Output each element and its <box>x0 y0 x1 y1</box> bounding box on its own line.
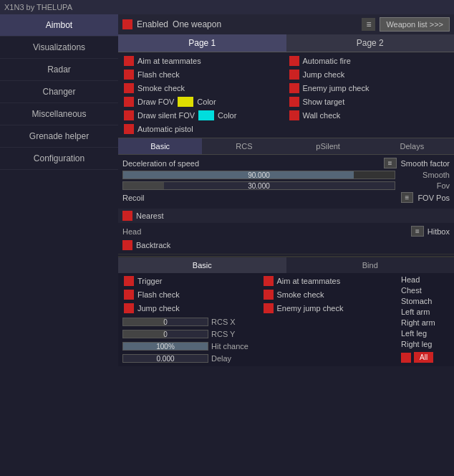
smoke-check-checkbox[interactable] <box>124 83 134 93</box>
hit-chance-slider[interactable]: 100% <box>122 342 208 351</box>
all-button[interactable]: All <box>414 352 433 363</box>
weapon-list-button[interactable]: Weapon list >>> <box>380 17 450 32</box>
enemy-jump-check-label: Enemy jump check <box>303 84 370 92</box>
hitbox-head[interactable]: Head <box>401 275 450 284</box>
options-col-right: Automatic fire Jump check Enemy jump che… <box>288 55 450 135</box>
enabled-indicator[interactable] <box>122 19 132 29</box>
sidebar-item-visualizations[interactable]: Visualizations <box>0 37 118 59</box>
title-bar: X1N3 by THELUPA <box>0 0 454 14</box>
head-label: Head <box>122 227 141 236</box>
rcs-x-slider[interactable]: 0 <box>122 318 208 326</box>
enemy-jump-check-checkbox[interactable] <box>289 83 299 93</box>
trigger-enemy-jump-label: Enemy jump check <box>277 304 344 313</box>
title-text: X1N3 by THELUPA <box>4 3 72 11</box>
tab-page2[interactable]: Page 2 <box>286 34 455 52</box>
option-automatic-fire: Automatic fire <box>288 55 450 67</box>
hit-chance-label: Hit chance <box>211 342 253 351</box>
trigger-aim-teammates-checkbox[interactable] <box>264 276 274 286</box>
trigger-aim-teammates-option: Aim at teammates <box>262 275 393 287</box>
aim-teammates-checkbox[interactable] <box>124 56 134 66</box>
aim-teammates-label: Aim at teammates <box>137 57 201 65</box>
fov-slider[interactable]: 30.000 <box>122 181 395 190</box>
trigger-jump-checkbox[interactable] <box>124 303 134 313</box>
tab-psilent[interactable]: pSilent <box>286 138 370 154</box>
trigger-flash-label: Flash check <box>137 290 180 299</box>
options-grid: Aim at teammates Flash check Smoke check… <box>118 52 454 138</box>
trigger-aim-teammates-label: Aim at teammates <box>277 277 341 285</box>
tab-page1[interactable]: Page 1 <box>118 34 286 52</box>
option-automatic-pistol: Automatic pistol <box>122 123 285 135</box>
tab-rcs[interactable]: RCS <box>202 138 286 154</box>
automatic-fire-checkbox[interactable] <box>289 56 299 66</box>
rcs-y-slider[interactable]: 0 <box>122 330 208 338</box>
content-area: Page 1 Page 2 Aim at teammates Flash che… <box>118 34 454 476</box>
nearest-label: Nearest <box>136 211 164 220</box>
draw-silent-fov-checkbox[interactable] <box>124 110 134 120</box>
fov-label: Fov <box>400 181 450 190</box>
enabled-label: Enabled <box>137 19 168 29</box>
smooth-slider[interactable]: 90.000 <box>122 171 395 179</box>
hitbox-left-arm[interactable]: Left arm <box>401 308 450 316</box>
trigger-checkbox[interactable] <box>124 276 134 286</box>
draw-silent-fov-label: Draw silent FOV <box>137 111 195 120</box>
menu-icon[interactable]: ≡ <box>362 18 375 31</box>
jump-check-label: Jump check <box>303 70 345 79</box>
delay-label: Delay <box>211 354 253 363</box>
sidebar-item-miscellaneous[interactable]: Miscellaneous <box>0 103 118 125</box>
flash-check-label: Flash check <box>137 70 180 79</box>
sidebar-item-aimbot[interactable]: Aimbot <box>0 14 118 37</box>
rcs-y-row: 0 RCS Y <box>122 330 253 338</box>
automatic-fire-label: Automatic fire <box>303 57 351 65</box>
rcs-x-label: RCS X <box>211 318 253 326</box>
flash-check-checkbox[interactable] <box>124 70 134 80</box>
trigger-jump-label: Jump check <box>137 304 180 313</box>
jump-check-checkbox[interactable] <box>289 70 299 80</box>
hitbox-chest[interactable]: Chest <box>401 286 450 295</box>
trigger-flash-checkbox[interactable] <box>124 290 134 300</box>
fov-color-button[interactable] <box>178 97 193 107</box>
wall-check-label: Wall check <box>303 111 341 120</box>
trigger-smoke-check-checkbox[interactable] <box>264 290 274 300</box>
all-indicator[interactable] <box>401 353 411 363</box>
nearest-checkbox[interactable] <box>122 211 132 221</box>
hitbox-icon[interactable]: ≡ <box>411 226 424 237</box>
trigger-header: Basic Bind <box>118 257 454 273</box>
sidebar-item-changer[interactable]: Changer <box>0 81 118 103</box>
fov-color-label: Color <box>197 97 216 106</box>
hitbox-right-leg[interactable]: Right leg <box>401 340 450 348</box>
draw-fov-checkbox[interactable] <box>124 97 134 107</box>
silent-fov-color-label: Color <box>218 111 236 120</box>
option-enemy-jump-check: Enemy jump check <box>288 82 450 94</box>
show-target-label: Show target <box>303 97 345 106</box>
tab-delays[interactable]: Delays <box>370 138 454 154</box>
trigger-tab-basic[interactable]: Basic <box>118 257 286 273</box>
silent-fov-color-button[interactable] <box>198 110 214 120</box>
trigger-smoke-check-label: Smoke check <box>277 290 324 299</box>
show-target-checkbox[interactable] <box>289 97 299 107</box>
option-draw-fov: Draw FOV Color <box>122 96 285 108</box>
automatic-pistol-label: Automatic pistol <box>137 125 193 133</box>
hitbox-right-arm[interactable]: Right arm <box>401 318 450 327</box>
hitbox-left-leg[interactable]: Left leg <box>401 329 450 338</box>
hitbox-stomach[interactable]: Stomach <box>401 297 450 305</box>
pages-header: Page 1 Page 2 <box>118 34 454 52</box>
smoke-check-label: Smoke check <box>137 84 185 92</box>
backtrack-checkbox[interactable] <box>122 240 132 250</box>
wall-check-checkbox[interactable] <box>289 110 299 120</box>
draw-fov-label: Draw FOV <box>137 97 174 106</box>
automatic-pistol-checkbox[interactable] <box>124 124 134 134</box>
trigger-enemy-jump-checkbox[interactable] <box>264 303 274 313</box>
tab-basic[interactable]: Basic <box>118 138 202 154</box>
sidebar: Aimbot Visualizations Radar Changer Misc… <box>0 14 118 476</box>
option-jump-check: Jump check <box>288 69 450 80</box>
fov-pos-icon[interactable]: ≡ <box>401 192 414 203</box>
option-aim-teammates: Aim at teammates <box>122 55 285 67</box>
smooth-factor-icon[interactable]: ≡ <box>384 158 397 168</box>
fov-slider-row: 30.000 Fov <box>122 181 450 190</box>
delay-slider[interactable]: 0.000 <box>122 354 208 363</box>
sidebar-item-radar[interactable]: Radar <box>0 59 118 81</box>
sidebar-item-grenade-helper[interactable]: Grenade helper <box>0 125 118 148</box>
sliders-area: Deceleration of speed ≡ Smooth factor 90… <box>118 155 454 207</box>
trigger-tab-bind[interactable]: Bind <box>286 257 455 273</box>
sidebar-item-configuration[interactable]: Configuration <box>0 148 118 170</box>
